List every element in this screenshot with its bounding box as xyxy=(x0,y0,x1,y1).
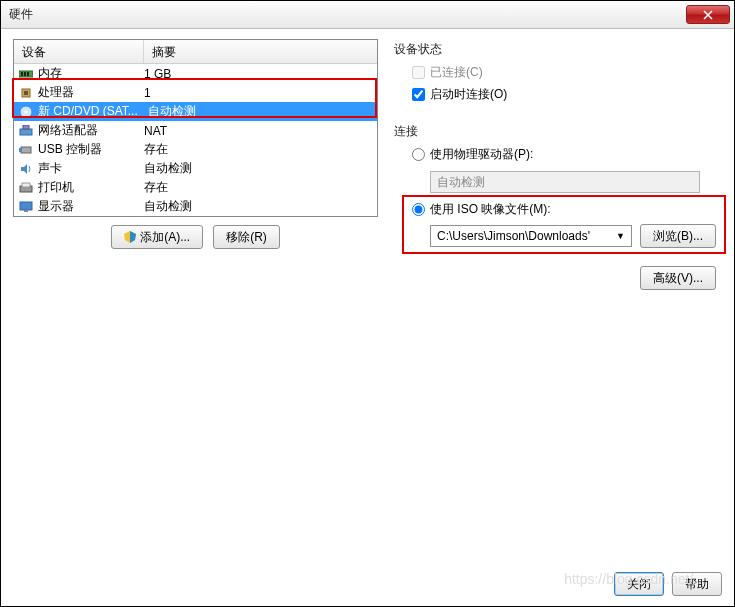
window-title: 硬件 xyxy=(9,6,686,23)
connection-title: 连接 xyxy=(394,121,716,142)
close-window-button[interactable] xyxy=(686,5,730,24)
display-icon xyxy=(18,199,34,215)
usb-icon xyxy=(18,142,34,158)
svg-rect-14 xyxy=(20,202,32,210)
add-button[interactable]: 添加(A)... xyxy=(111,225,203,249)
row-memory[interactable]: 内存 1 GB xyxy=(14,64,377,83)
row-cddvd[interactable]: 新 CD/DVD (SAT... 自动检测 xyxy=(14,102,377,121)
svg-rect-8 xyxy=(20,129,32,135)
svg-rect-15 xyxy=(24,210,28,212)
titlebar: 硬件 xyxy=(1,1,734,29)
memory-icon xyxy=(18,66,34,82)
connected-checkbox: 已连接(C) xyxy=(412,64,716,81)
device-status-title: 设备状态 xyxy=(394,39,716,60)
svg-rect-9 xyxy=(23,125,29,129)
close-icon xyxy=(703,10,713,20)
svg-rect-1 xyxy=(21,72,23,76)
hardware-list: 设备 摘要 内存 1 GB 处理器 1 xyxy=(13,39,378,217)
list-buttons: 添加(A)... 移除(R) xyxy=(13,217,378,249)
list-body[interactable]: 内存 1 GB 处理器 1 新 CD/DVD (SAT... 自动检测 xyxy=(14,64,377,216)
svg-rect-2 xyxy=(24,72,26,76)
svg-rect-10 xyxy=(21,147,31,153)
svg-rect-3 xyxy=(27,72,29,76)
connect-at-poweron-checkbox[interactable]: 启动时连接(O) xyxy=(412,86,716,103)
row-display[interactable]: 显示器 自动检测 xyxy=(14,197,377,216)
remove-button[interactable]: 移除(R) xyxy=(213,225,280,249)
row-network[interactable]: 网络适配器 NAT xyxy=(14,121,377,140)
list-header: 设备 摘要 xyxy=(14,40,377,64)
chevron-down-icon: ▼ xyxy=(616,231,625,241)
help-button[interactable]: 帮助 xyxy=(672,572,722,596)
iso-path-combo[interactable]: C:\Users\Jimson\Downloads' ▼ xyxy=(430,225,632,247)
content-area: 设备 摘要 内存 1 GB 处理器 1 xyxy=(1,29,734,562)
col-device[interactable]: 设备 xyxy=(14,40,144,63)
network-icon xyxy=(18,123,34,139)
annotation-highlight-iso: 使用 ISO 映像文件(M): C:\Users\Jimson\Download… xyxy=(412,201,716,248)
svg-point-7 xyxy=(25,110,28,113)
svg-rect-11 xyxy=(19,148,22,152)
use-iso-radio[interactable]: 使用 ISO 映像文件(M): xyxy=(412,201,716,218)
row-sound[interactable]: 声卡 自动检测 xyxy=(14,159,377,178)
close-button[interactable]: 关闭 xyxy=(614,572,664,596)
cd-icon xyxy=(18,104,34,120)
svg-rect-13 xyxy=(22,183,30,187)
dialog-footer: 关闭 帮助 xyxy=(1,562,734,606)
use-physical-radio[interactable]: 使用物理驱动器(P): xyxy=(412,146,716,163)
row-printer[interactable]: 打印机 存在 xyxy=(14,178,377,197)
col-summary[interactable]: 摘要 xyxy=(144,40,377,63)
advanced-button[interactable]: 高级(V)... xyxy=(640,266,716,290)
row-usb[interactable]: USB 控制器 存在 xyxy=(14,140,377,159)
cpu-icon xyxy=(18,85,34,101)
printer-icon xyxy=(18,180,34,196)
svg-rect-5 xyxy=(24,91,28,95)
row-cpu[interactable]: 处理器 1 xyxy=(14,83,377,102)
physical-drive-select: 自动检测 xyxy=(430,171,700,193)
shield-icon xyxy=(124,231,136,243)
sound-icon xyxy=(18,161,34,177)
browse-button[interactable]: 浏览(B)... xyxy=(640,224,716,248)
settings-panel: 设备状态 已连接(C) 启动时连接(O) 连接 使用物理驱动器(P): xyxy=(388,39,722,552)
